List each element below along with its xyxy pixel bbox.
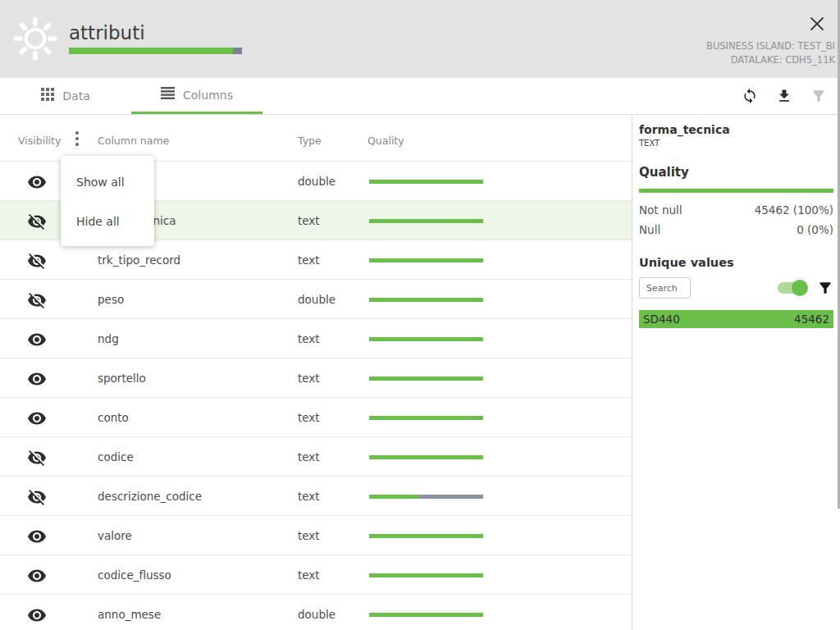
eye-off-icon[interactable] bbox=[27, 448, 47, 468]
column-name: valore bbox=[98, 529, 132, 542]
column-name: trk_tipo_record bbox=[98, 253, 180, 267]
business-island-label: BUSINESS ISLAND: TEST_BI bbox=[706, 39, 835, 53]
filter-icon[interactable] bbox=[810, 88, 827, 104]
quality-bar bbox=[369, 377, 483, 381]
panel-quality-bar bbox=[639, 189, 833, 193]
panel-column-type: TEXT bbox=[639, 139, 833, 148]
eye-icon[interactable] bbox=[27, 172, 47, 192]
stat-not-null: Not null 45462 (100%) bbox=[639, 200, 833, 220]
quality-bar bbox=[369, 258, 483, 262]
eye-off-icon[interactable] bbox=[27, 290, 47, 310]
quality-bar bbox=[369, 613, 483, 617]
table-header: Visibility Column name Type Quality bbox=[0, 115, 632, 162]
sun-icon bbox=[11, 14, 60, 66]
panel-column-title: forma_tecnica bbox=[639, 123, 833, 136]
column-type: text bbox=[298, 214, 320, 227]
column-type: text bbox=[298, 450, 320, 463]
quality-bar bbox=[369, 337, 483, 341]
table-row[interactable]: peso double bbox=[0, 280, 632, 319]
column-type: double bbox=[298, 175, 336, 188]
toolbar bbox=[742, 78, 827, 114]
table-row[interactable]: codice_flusso text bbox=[0, 555, 632, 595]
toggle-knob bbox=[792, 280, 808, 296]
stat-label: Not null bbox=[639, 203, 682, 217]
panel-quality-stats: Not null 45462 (100%) Null 0 (0%) bbox=[639, 200, 833, 240]
page-title: attributi bbox=[69, 22, 145, 43]
header-visibility: Visibility bbox=[18, 135, 61, 147]
column-type: text bbox=[298, 411, 320, 424]
unique-values-search-input[interactable] bbox=[639, 277, 691, 299]
tab-bar: Data Columns bbox=[0, 78, 840, 115]
download-icon[interactable] bbox=[776, 88, 792, 104]
eye-icon[interactable] bbox=[27, 369, 47, 389]
visibility-menu: Show all Hide all bbox=[61, 156, 154, 246]
column-name: codice_flusso bbox=[98, 568, 171, 582]
table-row[interactable]: conto text bbox=[0, 398, 632, 437]
close-icon[interactable] bbox=[806, 13, 828, 34]
content-area: Visibility Column name Type Quality doub… bbox=[0, 115, 840, 630]
header-column-name: Column name bbox=[98, 135, 169, 147]
column-detail-panel: forma_tecnica TEXT Quality Not null 4546… bbox=[632, 115, 840, 630]
quality-bar bbox=[369, 219, 483, 223]
stat-label: Null bbox=[639, 223, 660, 236]
quality-bar bbox=[369, 416, 483, 420]
tab-data[interactable]: Data bbox=[0, 78, 131, 114]
unique-value-count: 45462 bbox=[794, 313, 829, 326]
unique-values-list: SD440 45462 bbox=[639, 310, 833, 328]
eye-off-icon[interactable] bbox=[27, 251, 47, 271]
column-name: codice bbox=[98, 450, 134, 463]
eye-icon[interactable] bbox=[27, 527, 47, 546]
menu-item-show-all[interactable]: Show all bbox=[61, 162, 154, 202]
stat-value: 45462 (100%) bbox=[755, 203, 833, 217]
column-type: text bbox=[298, 253, 320, 267]
title-progress-bar bbox=[69, 48, 242, 54]
kebab-menu-icon[interactable] bbox=[71, 126, 83, 151]
datalake-label: DATALAKE: CDH5_11K bbox=[706, 53, 835, 67]
table-row[interactable]: codice text bbox=[0, 437, 632, 477]
attributi-dialog: attributi BUSINESS ISLAND: TEST_BI DATAL… bbox=[0, 0, 840, 630]
column-type: text bbox=[298, 372, 320, 385]
table-row[interactable]: trk_tipo_record text bbox=[0, 240, 632, 280]
column-type: text bbox=[298, 568, 320, 582]
title-progress-fill bbox=[69, 48, 233, 54]
column-type: double bbox=[298, 608, 336, 621]
column-name: peso bbox=[98, 293, 124, 306]
column-name: conto bbox=[98, 411, 129, 424]
eye-icon[interactable] bbox=[27, 330, 47, 349]
panel-quality-heading: Quality bbox=[639, 165, 833, 180]
environment-info: BUSINESS ISLAND: TEST_BI DATALAKE: CDH5_… bbox=[706, 39, 835, 67]
tab-data-label: Data bbox=[62, 89, 89, 103]
tab-columns-label: Columns bbox=[183, 89, 233, 102]
unique-value-row[interactable]: SD440 45462 bbox=[639, 310, 833, 328]
unique-values-heading: Unique values bbox=[639, 256, 833, 269]
quality-bar bbox=[369, 455, 483, 459]
unique-values-filter-icon[interactable] bbox=[817, 280, 833, 296]
table-row[interactable]: sportello text bbox=[0, 358, 632, 398]
title-bar: attributi BUSINESS ISLAND: TEST_BI DATAL… bbox=[0, 0, 840, 78]
menu-item-hide-all[interactable]: Hide all bbox=[61, 202, 154, 241]
eye-icon[interactable] bbox=[27, 409, 47, 428]
quality-bar bbox=[369, 573, 483, 578]
list-icon bbox=[161, 87, 175, 103]
column-type: double bbox=[298, 293, 336, 306]
quality-bar bbox=[369, 534, 483, 538]
table-row[interactable]: anno_mese double bbox=[0, 595, 632, 630]
column-type: text bbox=[298, 490, 320, 503]
unique-values-toggle[interactable] bbox=[778, 282, 806, 294]
grid-icon bbox=[41, 88, 54, 104]
refresh-icon[interactable] bbox=[742, 88, 758, 104]
eye-icon[interactable] bbox=[27, 566, 47, 586]
quality-bar bbox=[369, 180, 483, 184]
stat-value: 0 (0%) bbox=[797, 223, 833, 236]
header-quality: Quality bbox=[368, 135, 404, 147]
tab-columns[interactable]: Columns bbox=[131, 78, 262, 114]
table-row[interactable]: valore text bbox=[0, 516, 632, 555]
panel-quality-fill bbox=[639, 189, 833, 193]
eye-icon[interactable] bbox=[27, 605, 47, 625]
table-row[interactable]: descrizione_codice text bbox=[0, 477, 632, 516]
eye-off-icon[interactable] bbox=[27, 487, 47, 507]
table-row[interactable]: ndg text bbox=[0, 319, 632, 358]
unique-value-label: SD440 bbox=[643, 313, 680, 326]
eye-off-icon[interactable] bbox=[27, 212, 47, 231]
column-name: anno_mese bbox=[98, 608, 161, 621]
